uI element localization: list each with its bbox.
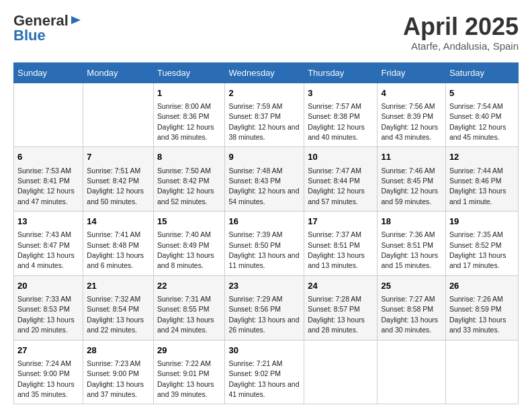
calendar-cell [445,340,518,404]
day-number: 29 [157,345,221,357]
sunrise-info: Sunrise: 7:32 AM [87,295,140,303]
day-number: 1 [157,87,221,99]
day-number: 18 [381,216,441,228]
sunrise-info: Sunrise: 7:46 AM [381,167,435,175]
sunrise-info: Sunrise: 7:47 AM [308,167,361,175]
daylight-info: Daylight: 13 hours and 1 minute. [449,187,506,205]
sunset-info: Sunset: 8:36 PM [157,112,210,120]
daylight-info: Daylight: 13 hours and 33 minutes. [449,316,506,334]
calendar-cell: 6Sunrise: 7:53 AMSunset: 8:41 PMDaylight… [14,147,83,212]
calendar-cell: 26Sunrise: 7:26 AMSunset: 8:59 PMDayligh… [445,275,518,340]
sunset-info: Sunset: 8:40 PM [449,112,502,120]
column-header-thursday: Thursday [304,62,378,83]
calendar-cell: 11Sunrise: 7:46 AMSunset: 8:45 PMDayligh… [378,147,445,212]
daylight-info: Daylight: 12 hours and 36 minutes. [157,123,214,141]
daylight-info: Daylight: 13 hours and 24 minutes. [157,316,214,334]
daylight-info: Daylight: 13 hours and 11 minutes. [228,251,299,269]
sunset-info: Sunset: 8:55 PM [157,305,210,313]
sunset-info: Sunset: 8:46 PM [449,177,502,185]
sunset-info: Sunset: 9:00 PM [87,369,139,377]
daylight-info: Daylight: 13 hours and 4 minutes. [17,251,75,269]
calendar-cell: 3Sunrise: 7:57 AMSunset: 8:38 PMDaylight… [304,83,378,147]
sunrise-info: Sunrise: 7:44 AM [449,167,503,175]
calendar-cell: 19Sunrise: 7:35 AMSunset: 8:52 PMDayligh… [445,212,518,276]
day-number: 20 [17,280,79,292]
daylight-info: Daylight: 12 hours and 40 minutes. [308,123,365,141]
day-number: 24 [308,280,373,292]
sunset-info: Sunset: 8:38 PM [308,112,360,120]
daylight-info: Daylight: 12 hours and 47 minutes. [17,187,75,205]
sunrise-info: Sunrise: 7:39 AM [228,230,282,238]
calendar-cell: 25Sunrise: 7:27 AMSunset: 8:58 PMDayligh… [378,275,445,340]
day-number: 26 [449,280,515,292]
daylight-info: Daylight: 13 hours and 35 minutes. [17,380,75,398]
sunrise-info: Sunrise: 7:31 AM [157,295,211,303]
daylight-info: Daylight: 12 hours and 38 minutes. [228,123,299,141]
column-header-tuesday: Tuesday [153,62,224,83]
sunset-info: Sunset: 8:41 PM [17,177,70,185]
calendar-cell [378,340,445,404]
sunrise-info: Sunrise: 7:50 AM [157,167,211,175]
sunset-info: Sunset: 8:42 PM [87,177,139,185]
sunset-info: Sunset: 8:54 PM [87,305,139,313]
sunset-info: Sunset: 8:57 PM [308,305,360,313]
sunrise-info: Sunrise: 7:56 AM [381,102,435,110]
sunrise-info: Sunrise: 7:23 AM [87,359,140,367]
sunrise-info: Sunrise: 7:51 AM [87,167,140,175]
daylight-info: Daylight: 13 hours and 39 minutes. [157,380,214,398]
sunset-info: Sunset: 8:45 PM [381,177,433,185]
sunset-info: Sunset: 9:01 PM [157,369,210,377]
logo: General Blue [13,13,82,43]
calendar-cell: 23Sunrise: 7:29 AMSunset: 8:56 PMDayligh… [225,275,304,340]
daylight-info: Daylight: 13 hours and 17 minutes. [449,251,506,269]
day-number: 16 [228,216,300,228]
daylight-info: Daylight: 12 hours and 57 minutes. [308,187,365,205]
calendar-cell: 21Sunrise: 7:32 AMSunset: 8:54 PMDayligh… [83,275,154,340]
day-number: 22 [157,280,221,292]
calendar-cell [83,83,154,147]
daylight-info: Daylight: 12 hours and 43 minutes. [381,123,438,141]
calendar-week-1: 1Sunrise: 8:00 AMSunset: 8:36 PMDaylight… [14,83,519,147]
sunrise-info: Sunrise: 7:59 AM [228,102,282,110]
calendar-cell: 18Sunrise: 7:36 AMSunset: 8:51 PMDayligh… [378,212,445,276]
sunrise-info: Sunrise: 7:57 AM [308,102,361,110]
sunrise-info: Sunrise: 7:24 AM [17,359,71,367]
sunset-info: Sunset: 8:47 PM [17,241,70,249]
daylight-info: Daylight: 13 hours and 28 minutes. [308,316,365,334]
daylight-info: Daylight: 13 hours and 30 minutes. [381,316,438,334]
daylight-info: Daylight: 13 hours and 13 minutes. [308,251,365,269]
sunset-info: Sunset: 8:51 PM [308,241,360,249]
column-header-sunday: Sunday [14,62,83,83]
calendar-week-4: 20Sunrise: 7:33 AMSunset: 8:53 PMDayligh… [14,275,519,340]
day-number: 5 [449,87,515,99]
sunset-info: Sunset: 8:43 PM [228,177,281,185]
day-number: 10 [308,151,373,163]
page-header: General Blue April 2025 Atarfe, Andalusi… [13,13,519,52]
calendar-cell [304,340,378,404]
day-number: 11 [381,151,441,163]
sunset-info: Sunset: 8:50 PM [228,241,281,249]
day-number: 12 [449,151,515,163]
sunrise-info: Sunrise: 7:48 AM [228,167,282,175]
sunrise-info: Sunrise: 7:29 AM [228,295,282,303]
calendar-week-2: 6Sunrise: 7:53 AMSunset: 8:41 PMDaylight… [14,147,519,212]
day-number: 7 [87,151,150,163]
calendar-cell: 27Sunrise: 7:24 AMSunset: 9:00 PMDayligh… [14,340,83,404]
logo-general: General [13,13,69,28]
sunrise-info: Sunrise: 7:22 AM [157,359,211,367]
calendar-cell: 7Sunrise: 7:51 AMSunset: 8:42 PMDaylight… [83,147,154,212]
day-number: 6 [17,151,79,163]
day-number: 30 [228,345,300,357]
sunset-info: Sunset: 8:53 PM [17,305,70,313]
sunrise-info: Sunrise: 8:00 AM [157,102,211,110]
day-number: 4 [381,87,441,99]
calendar-cell: 9Sunrise: 7:48 AMSunset: 8:43 PMDaylight… [225,147,304,212]
day-number: 21 [87,280,150,292]
sunrise-info: Sunrise: 7:53 AM [17,167,71,175]
calendar-table: SundayMondayTuesdayWednesdayThursdayFrid… [13,62,519,405]
calendar-cell [14,83,83,147]
day-number: 15 [157,216,221,228]
calendar-cell: 30Sunrise: 7:21 AMSunset: 9:02 PMDayligh… [225,340,304,404]
calendar-cell: 22Sunrise: 7:31 AMSunset: 8:55 PMDayligh… [153,275,224,340]
daylight-info: Daylight: 12 hours and 50 minutes. [87,187,144,205]
